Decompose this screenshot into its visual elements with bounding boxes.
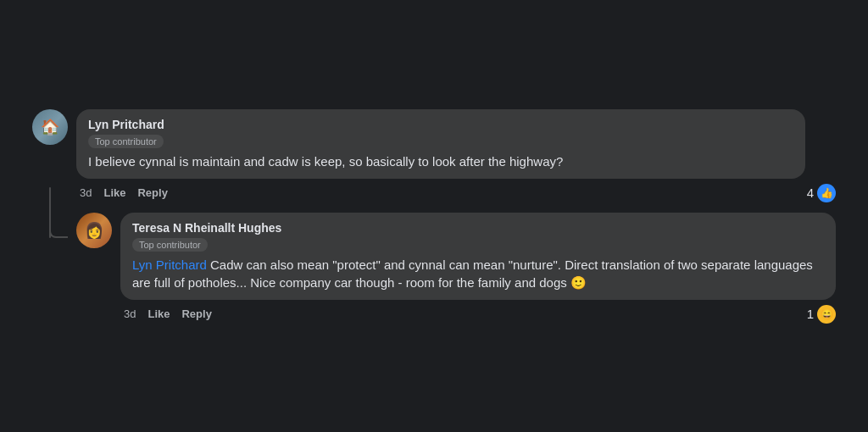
avatar: 🏠: [32, 109, 68, 145]
reaction-number: 1: [807, 307, 814, 321]
comment-bubble: Lyn Pritchard Top contributor I believe …: [76, 109, 805, 179]
comment-author: Teresa N Rheinallt Hughes: [132, 221, 824, 235]
comment-text-content: I believe cynnal is maintain and cadw is…: [88, 154, 563, 169]
like-button[interactable]: Like: [103, 186, 125, 199]
comments-container: 🏠 Lyn Pritchard Top contributor I believ…: [19, 96, 849, 337]
comment-time: 3d: [80, 186, 92, 199]
comment-row: 🏠 Lyn Pritchard Top contributor I believ…: [32, 109, 836, 202]
reply-button[interactable]: Reply: [137, 186, 167, 199]
reaction-number: 4: [807, 186, 814, 200]
comment-actions: 3d Like Reply 4 👍: [76, 184, 836, 202]
top-contributor-badge: Top contributor: [132, 238, 208, 252]
comment-author: Lyn Pritchard: [88, 118, 793, 131]
comment-actions: 3d Like Reply 1 😄: [120, 305, 836, 324]
avatar-image: 🏠: [32, 109, 68, 145]
avatar-image: 👩: [76, 213, 112, 248]
comment-text-after-mention: Cadw can also mean "protect" and cynnal …: [132, 258, 813, 290]
comment-text: I believe cynnal is maintain and cadw is…: [88, 152, 793, 170]
comment-bubble: Teresa N Rheinallt Hughes Top contributo…: [120, 213, 836, 300]
comment-time: 3d: [124, 307, 136, 320]
comment-mention: Lyn Pritchard: [132, 258, 207, 272]
avatar: 👩: [76, 213, 112, 248]
haha-icon: 😄: [817, 305, 836, 324]
top-contributor-badge: Top contributor: [88, 135, 164, 148]
reply-button[interactable]: Reply: [181, 307, 211, 320]
reaction-count: 4 👍: [807, 184, 836, 202]
like-button[interactable]: Like: [147, 307, 170, 320]
reply-row: 👩 Teresa N Rheinallt Hughes Top contribu…: [32, 213, 836, 324]
reaction-count: 1 😄: [807, 305, 836, 324]
like-icon: 👍: [817, 184, 836, 202]
reply-curve-decoration: [49, 221, 68, 238]
comment-text: Lyn Pritchard Cadw can also mean "protec…: [132, 256, 824, 291]
